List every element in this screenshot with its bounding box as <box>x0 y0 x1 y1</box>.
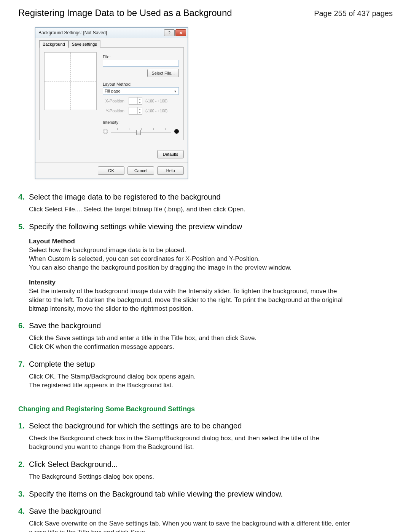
intensity-light-icon <box>103 129 108 134</box>
step-title: Specify the following settings while vie… <box>29 222 242 231</box>
close-icon[interactable]: ✕ <box>175 29 186 36</box>
step-body: Click the Save settings tab and enter a … <box>29 334 352 351</box>
x-position-label: X-Position: <box>103 99 126 103</box>
step-number: 7. <box>18 360 29 369</box>
sub-text: You can also change the background posit… <box>29 264 352 272</box>
step-number: 4. <box>18 507 29 516</box>
section-heading-change: Changing and Registering Some Background… <box>18 405 393 413</box>
step-number: 5. <box>18 222 29 231</box>
sub-heading: Intensity <box>29 278 352 287</box>
tab-save-settings[interactable]: Save settings <box>68 40 100 48</box>
x-position-spinner: ▲▼ <box>129 97 142 105</box>
help-titlebar-button[interactable]: ? <box>164 29 175 36</box>
layout-method-value: Fill page <box>105 89 121 93</box>
intensity-dark-icon <box>174 129 179 134</box>
step-number: 1. <box>18 422 29 430</box>
y-position-label: Y-Position: <box>103 109 126 113</box>
step-number: 6. <box>18 321 29 330</box>
preview-area[interactable] <box>44 52 97 110</box>
step-title: Save the background <box>29 321 101 330</box>
sub-text: When Custom is selected, you can set coo… <box>29 255 352 264</box>
cancel-button[interactable]: Cancel <box>127 166 154 175</box>
step-body: Click OK. The Stamp/Background dialog bo… <box>29 372 352 390</box>
step-title: Specify the items on the Background tab … <box>29 490 283 498</box>
step-number: 3. <box>18 490 29 498</box>
step-body: The Background Settings dialog box opens… <box>29 473 352 481</box>
help-button[interactable]: Help <box>157 166 184 175</box>
background-settings-dialog: Background Settings: [Not Saved] ? ✕ Bac… <box>35 27 188 179</box>
layout-method-select[interactable]: Fill page <box>103 87 179 95</box>
step-body: Click Select File.... Select the target … <box>29 205 352 214</box>
step-title: Complete the setup <box>29 360 95 369</box>
ok-button[interactable]: OK <box>98 166 124 175</box>
sub-heading: Layout Method <box>29 237 352 246</box>
sub-text: Set the intensity of the background imag… <box>29 287 352 313</box>
page-title: Registering Image Data to be Used as a B… <box>18 8 232 18</box>
file-input[interactable] <box>103 60 179 67</box>
step-title: Click Select Background... <box>29 460 118 469</box>
select-file-button[interactable]: Select File... <box>147 69 179 77</box>
file-label: File: <box>103 54 179 59</box>
step-number: 2. <box>18 460 29 469</box>
step-body: Check the Background check box in the St… <box>29 434 352 452</box>
intensity-slider-thumb[interactable] <box>136 130 141 135</box>
y-position-spinner: ▲▼ <box>129 107 142 115</box>
dialog-title: Background Settings: [Not Saved] <box>38 30 107 35</box>
step-body: Click Save overwrite on the Save setting… <box>29 519 352 532</box>
y-range-hint: (-100 - +100) <box>145 109 167 113</box>
tab-background[interactable]: Background <box>39 40 68 48</box>
step-title: Save the background <box>29 507 101 516</box>
layout-method-label: Layout Method: <box>103 82 179 86</box>
sub-text: Select how the background image data is … <box>29 246 352 255</box>
defaults-button[interactable]: Defaults <box>157 150 184 158</box>
step-number: 4. <box>18 193 29 201</box>
step-title: Select the image data to be registered t… <box>29 193 221 201</box>
page-count: Page 255 of 437 pages <box>314 9 393 18</box>
x-range-hint: (-100 - +100) <box>145 99 167 103</box>
step-title: Select the background for which the sett… <box>29 422 242 430</box>
intensity-slider[interactable] <box>111 128 171 135</box>
intensity-label: Intensity: <box>103 120 179 125</box>
